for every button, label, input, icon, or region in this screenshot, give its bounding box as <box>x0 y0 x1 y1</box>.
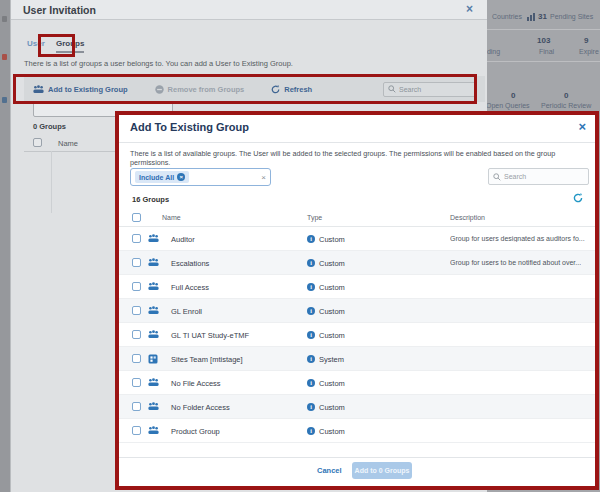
info-icon: i <box>307 379 315 387</box>
type-column-header: Type <box>307 214 322 221</box>
expire-label: Expire <box>579 48 599 55</box>
dialog-title: User Invitation <box>23 4 96 16</box>
filter-box[interactable]: Include All × × <box>130 168 271 186</box>
groups-toolbar: Add to Existing Group Remove from Groups… <box>24 76 485 102</box>
row-checkbox[interactable] <box>132 426 141 435</box>
refresh-label: Refresh <box>284 85 312 94</box>
table-row[interactable]: Escalations i Custom Group for users to … <box>119 251 595 275</box>
name-column-header: Name <box>162 214 181 221</box>
group-type: Custom <box>319 307 345 316</box>
nav-fragment-icon <box>2 97 7 103</box>
add-to-groups-button[interactable]: Add to 0 Groups <box>352 462 412 479</box>
modal-search <box>488 168 589 185</box>
row-checkbox[interactable] <box>132 354 141 363</box>
open-queries-label: Open Queries <box>486 102 530 109</box>
expire-value: 9 <box>584 36 588 45</box>
tab-user[interactable]: User <box>27 39 45 48</box>
tab-groups[interactable]: Groups <box>56 39 84 53</box>
info-icon: i <box>307 403 315 411</box>
users-group-icon <box>148 402 159 412</box>
group-type: Custom <box>319 403 345 412</box>
modal-search-input[interactable] <box>504 173 582 180</box>
group-name: Product Group <box>171 427 220 436</box>
users-group-icon <box>148 282 159 292</box>
close-icon[interactable]: × <box>466 2 473 16</box>
description-column-header: Description <box>450 214 485 221</box>
refresh-button[interactable]: Refresh <box>271 85 312 94</box>
table-row[interactable]: Auditor i Custom Group for users designa… <box>119 227 595 251</box>
info-icon: i <box>307 331 315 339</box>
toolbar-search <box>383 82 476 97</box>
modal-title: Add To Existing Group <box>130 121 249 133</box>
users-group-icon <box>148 378 159 388</box>
nav-fragment-icon <box>2 54 7 60</box>
table-row[interactable]: No File Access i Custom <box>119 371 595 395</box>
nav-fragment-icon <box>2 16 7 22</box>
remove-from-groups-button[interactable]: Remove from Groups <box>155 85 245 94</box>
info-icon: i <box>307 283 315 291</box>
divider <box>487 29 600 30</box>
divider <box>51 151 52 213</box>
pending-sites-label: Pending Sites <box>550 13 593 20</box>
divider <box>119 457 595 458</box>
row-checkbox[interactable] <box>132 258 141 267</box>
table-row[interactable]: GL Enroll i Custom <box>119 299 595 323</box>
countries-label: Countries <box>492 13 522 20</box>
table-row[interactable]: Product Group i Custom <box>119 419 595 443</box>
row-checkbox[interactable] <box>132 306 141 315</box>
group-name: No File Access <box>171 379 221 388</box>
table-header: Name Type Description <box>119 211 595 226</box>
table-row[interactable]: GL TI UAT Study-eTMF i Custom <box>119 323 595 347</box>
group-name: Sites Team [mtistage] <box>171 355 243 364</box>
filter-chip-label: Include All <box>139 174 174 181</box>
select-all-checkbox[interactable] <box>132 213 141 222</box>
group-type: Custom <box>319 283 345 292</box>
users-group-icon <box>148 234 159 244</box>
table-row[interactable]: Full Access i Custom <box>119 275 595 299</box>
search-icon <box>388 85 396 93</box>
row-checkbox[interactable] <box>132 330 141 339</box>
final-label: Final <box>539 48 554 55</box>
group-name: Escalations <box>171 259 209 268</box>
info-icon: i <box>307 235 315 243</box>
row-checkbox[interactable] <box>132 378 141 387</box>
group-table-body: Auditor i Custom Group for users designa… <box>119 227 595 443</box>
group-description: Group for users designated as auditors f… <box>450 235 585 242</box>
group-name: Auditor <box>171 235 195 244</box>
refresh-icon <box>271 85 280 94</box>
group-type: Custom <box>319 259 345 268</box>
info-icon: i <box>307 427 315 435</box>
add-to-existing-group-modal: Add To Existing Group × There is a list … <box>115 111 599 490</box>
group-type: Custom <box>319 235 345 244</box>
row-checkbox[interactable] <box>132 234 141 243</box>
table-row[interactable]: Sites Team [mtistage] i System <box>119 347 595 371</box>
refresh-icon[interactable] <box>573 193 583 203</box>
row-checkbox[interactable] <box>132 282 141 291</box>
table-row[interactable]: No Folder Access i Custom <box>119 395 595 419</box>
minus-circle-icon <box>155 85 164 94</box>
add-to-existing-group-button[interactable]: Add to Existing Group <box>33 85 128 94</box>
groups-count: 0 Groups <box>33 122 66 131</box>
final-value: 103 <box>537 36 550 45</box>
filter-chip-include-all[interactable]: Include All × <box>135 171 189 183</box>
group-description: Group for users to be notified about ove… <box>450 259 581 266</box>
clear-filter-icon[interactable]: × <box>261 173 266 182</box>
divider <box>119 142 595 143</box>
toolbar-search-input[interactable] <box>399 86 469 93</box>
users-group-icon <box>148 330 159 340</box>
remove-chip-icon[interactable]: × <box>177 173 185 181</box>
group-name: Full Access <box>171 283 209 292</box>
users-group-icon <box>148 426 159 436</box>
group-name: GL Enroll <box>171 307 202 316</box>
remove-from-groups-label: Remove from Groups <box>168 85 245 94</box>
modal-description: There is a list of available groups. The… <box>130 149 585 167</box>
dialog-header: User Invitation × <box>11 0 487 20</box>
groups-tab-description: There is a list of groups a user belongs… <box>24 59 293 68</box>
sites-icon <box>148 354 159 364</box>
cancel-button[interactable]: Cancel <box>317 466 342 475</box>
info-icon: i <box>307 259 315 267</box>
close-icon[interactable]: × <box>578 119 586 134</box>
divider <box>487 61 600 62</box>
row-checkbox[interactable] <box>132 402 141 411</box>
select-all-checkbox[interactable] <box>33 138 42 147</box>
